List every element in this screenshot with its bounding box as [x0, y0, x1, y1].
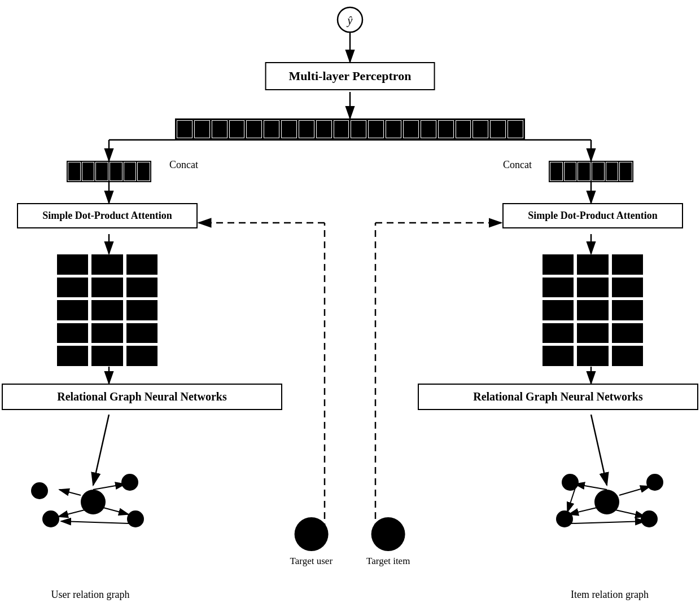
svg-line-38 — [575, 484, 607, 490]
embed-small-right — [549, 161, 633, 182]
svg-point-26 — [31, 482, 48, 499]
svg-line-16 — [93, 415, 109, 485]
target-area: Target user Target item — [290, 517, 410, 567]
svg-line-37 — [619, 486, 650, 495]
svg-point-24 — [127, 510, 144, 527]
concat-label-left: Concat — [169, 159, 198, 171]
diagram: ŷ Multi-layer Perceptron Concat Simple D… — [0, 0, 700, 612]
svg-point-23 — [121, 474, 138, 491]
svg-line-39 — [568, 508, 597, 514]
svg-line-31 — [61, 521, 129, 523]
svg-point-36 — [646, 474, 663, 491]
target-user-label: Target user — [290, 556, 333, 567]
svg-text:ŷ: ŷ — [347, 14, 353, 27]
svg-line-29 — [103, 508, 129, 514]
rgnn-box-right: Relational Graph Neural Networks — [418, 384, 698, 410]
sdpa-box-left: Simple Dot-Product Attention — [17, 203, 198, 228]
svg-line-28 — [93, 484, 125, 490]
user-graph-label: User relation graph — [28, 589, 152, 601]
svg-point-22 — [81, 490, 106, 514]
concat-label-right: Concat — [503, 159, 532, 171]
svg-point-25 — [42, 510, 59, 527]
target-user-node: Target user — [290, 517, 333, 567]
target-user-circle — [294, 517, 328, 551]
svg-line-40 — [615, 510, 645, 517]
svg-line-41 — [571, 521, 645, 523]
svg-point-35 — [641, 510, 658, 527]
svg-point-32 — [594, 490, 619, 514]
svg-point-34 — [556, 510, 573, 527]
target-item-node: Target item — [366, 517, 410, 567]
embed-tall-left — [56, 254, 158, 367]
item-graph-label: Item relation graph — [548, 589, 672, 601]
svg-line-27 — [59, 490, 81, 495]
embed-tall-right — [542, 254, 644, 367]
svg-line-17 — [591, 415, 607, 485]
rgnn-box-left: Relational Graph Neural Networks — [2, 384, 282, 410]
mlp-box: Multi-layer Perceptron — [265, 62, 435, 90]
svg-point-2 — [338, 7, 362, 32]
target-item-circle — [371, 517, 405, 551]
target-item-label: Target item — [366, 556, 410, 567]
svg-line-30 — [58, 510, 85, 517]
svg-point-33 — [562, 474, 579, 491]
embed-small-left — [67, 161, 151, 182]
svg-line-42 — [567, 486, 576, 512]
sdpa-box-right: Simple Dot-Product Attention — [502, 203, 683, 228]
concat-embedding-bar — [175, 118, 525, 140]
